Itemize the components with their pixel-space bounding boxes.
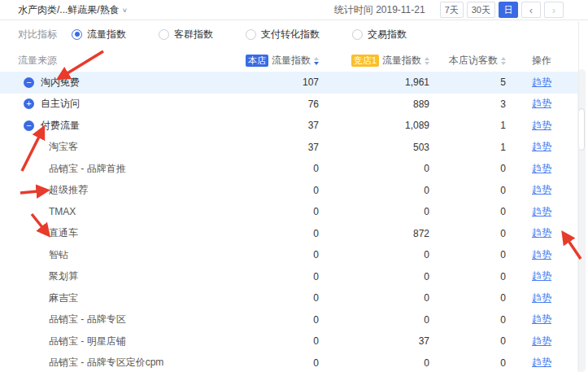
visitor-count-value: 0	[429, 163, 506, 174]
visitor-count-value: 0	[429, 206, 506, 217]
visitor-count-value: 0	[429, 228, 506, 239]
rival-index-value: 889	[319, 98, 429, 110]
action-cell: 趋势	[506, 356, 555, 370]
visitor-count-value: 1	[429, 120, 506, 131]
col-header-rival-index[interactable]: 竞店1 流量指数	[319, 54, 429, 68]
table-row: 品销宝 - 明星店铺 0 37 0 趋势	[0, 330, 579, 352]
traffic-source-name: 淘宝客	[49, 140, 78, 154]
col-header-own-index[interactable]: 本店 流量指数	[213, 54, 319, 68]
trend-link[interactable]: 趋势	[532, 356, 551, 370]
col-header-visitors[interactable]: 本店访客数	[429, 54, 506, 68]
table-row: TMAX 0 0 0 趋势	[0, 201, 579, 223]
own-index-label: 流量指数	[272, 54, 311, 68]
trend-link[interactable]: 趋势	[532, 291, 551, 305]
visitor-count-value: 0	[429, 335, 506, 347]
range-button[interactable]: 日	[499, 2, 518, 18]
trend-link[interactable]: 趋势	[532, 269, 551, 283]
metric-radio[interactable]: 客群指数	[159, 28, 213, 42]
range-button[interactable]: 30天	[467, 2, 495, 18]
visitor-count-value: 5	[429, 77, 506, 88]
date-controls: 统计时间 2019-11-21 7天30天日 ‹ ›	[334, 2, 564, 18]
action-cell: 趋势	[506, 226, 555, 240]
rival-index-value: 0	[319, 271, 429, 282]
metric-radio-label: 交易指数	[368, 28, 407, 42]
visitors-label: 本店访客数	[449, 54, 498, 68]
compare-metric-bar: 对比指标 流量指数客群指数支付转化指数交易指数	[0, 20, 588, 48]
action-cell: 趋势	[506, 183, 555, 197]
action-cell: 趋势	[506, 291, 555, 305]
metric-radio-group: 流量指数客群指数支付转化指数交易指数	[72, 28, 439, 42]
visitor-count-value: 0	[429, 249, 506, 260]
trend-link[interactable]: 趋势	[532, 335, 551, 348]
traffic-source-name: 智钻	[49, 248, 68, 262]
expand-toggle-icon[interactable]: −	[24, 77, 34, 88]
traffic-source-name: 麻吉宝	[49, 291, 78, 305]
metric-radio-label: 客群指数	[174, 28, 213, 42]
metric-radio-label: 流量指数	[87, 28, 126, 42]
trend-link[interactable]: 趋势	[532, 248, 551, 262]
action-cell: 趋势	[506, 97, 555, 111]
trend-link[interactable]: 趋势	[532, 97, 551, 111]
own-index-value: 0	[213, 357, 319, 369]
metric-radio[interactable]: 流量指数	[72, 28, 126, 42]
own-index-value: 0	[213, 314, 319, 326]
table-row: 聚划算 0 0 0 趋势	[0, 266, 579, 288]
range-button[interactable]: 7天	[440, 2, 464, 18]
col-header-action: 操作	[506, 54, 555, 68]
own-index-value: 0	[213, 335, 319, 347]
visitor-count-value: 0	[429, 314, 506, 326]
visitor-count-value: 1	[429, 142, 506, 153]
source-cell: − 付费流量	[0, 119, 213, 133]
rival-index-label: 流量指数	[382, 54, 421, 68]
traffic-source-name: 淘内免费	[41, 76, 80, 90]
trend-link[interactable]: 趋势	[532, 119, 551, 133]
source-cell: 淘宝客	[0, 140, 213, 154]
action-cell: 趋势	[506, 162, 555, 176]
chevron-down-icon: ∨	[122, 7, 128, 14]
traffic-source-analysis-page: 水产肉类/...鲜蔬果/熟食 ∨ 统计时间 2019-11-21 7天30天日 …	[0, 0, 588, 372]
metric-radio[interactable]: 支付转化指数	[246, 28, 320, 42]
table-row: 品销宝 - 品牌专区定价cpm 0 0 0 趋势	[0, 352, 579, 372]
expand-toggle-icon[interactable]: −	[24, 120, 34, 131]
own-index-value: 0	[213, 271, 319, 282]
trend-link[interactable]: 趋势	[532, 226, 551, 240]
own-index-value: 107	[213, 77, 319, 88]
trend-link[interactable]: 趋势	[532, 205, 551, 219]
source-cell: 智钻	[0, 248, 213, 262]
trend-link[interactable]: 趋势	[532, 140, 551, 154]
metric-radio-label: 支付转化指数	[261, 28, 320, 42]
category-breadcrumb[interactable]: 水产肉类/...鲜蔬果/熟食 ∨	[18, 3, 128, 17]
next-day-button[interactable]: ›	[544, 2, 564, 18]
own-index-value: 76	[213, 98, 319, 110]
metric-radio[interactable]: 交易指数	[352, 28, 407, 42]
rival-index-value: 1,089	[319, 120, 429, 131]
prev-day-button[interactable]: ‹	[521, 2, 541, 18]
trend-link[interactable]: 趋势	[532, 313, 551, 326]
radio-icon	[72, 29, 82, 40]
visitor-count-value: 0	[429, 292, 506, 304]
own-index-value: 37	[213, 120, 319, 131]
action-cell: 趋势	[506, 335, 555, 348]
traffic-source-name: 付费流量	[41, 119, 80, 133]
table-row: 淘宝客 37 503 1 趋势	[0, 137, 579, 159]
trend-link[interactable]: 趋势	[532, 76, 551, 90]
rival-index-value: 0	[319, 163, 429, 174]
source-cell: 麻吉宝	[0, 291, 213, 305]
date-range-group: 7天30天日	[437, 2, 518, 18]
action-cell: 趋势	[506, 248, 555, 262]
table-row: − 淘内免费 107 1,961 5 趋势	[0, 72, 579, 94]
table-row: 麻吉宝 0 0 0 趋势	[0, 287, 579, 309]
trend-link[interactable]: 趋势	[532, 162, 551, 176]
traffic-source-name: 自主访问	[41, 97, 80, 111]
trend-link[interactable]: 趋势	[532, 183, 551, 197]
expand-toggle-icon[interactable]: +	[24, 98, 34, 109]
scrollbar-thumb[interactable]	[578, 108, 585, 151]
rival-index-value: 0	[319, 314, 429, 326]
action-cell: 趋势	[506, 76, 555, 90]
table-row: 超级推荐 0 0 0 趋势	[0, 180, 579, 202]
action-cell: 趋势	[506, 119, 555, 133]
traffic-source-name: TMAX	[49, 206, 76, 217]
traffic-source-name: 品销宝 - 品牌首推	[49, 162, 126, 176]
own-shop-badge: 本店	[246, 55, 268, 67]
stat-time-label: 统计时间 2019-11-21	[334, 3, 425, 17]
